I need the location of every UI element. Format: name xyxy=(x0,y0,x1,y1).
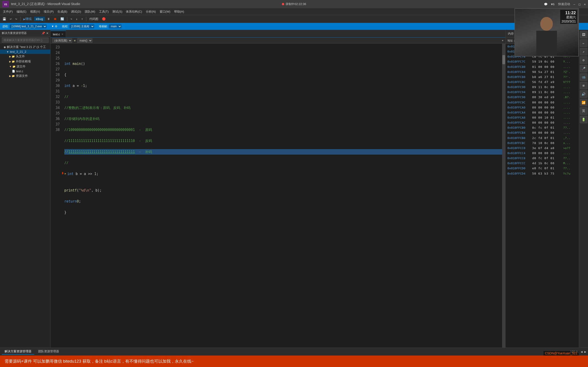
tab-testc[interactable]: test.c ✕ xyxy=(51,31,66,37)
recording-dot xyxy=(282,3,284,5)
function-select[interactable]: main() xyxy=(78,38,92,43)
toolbar-stop[interactable]: ⏹ xyxy=(52,17,58,21)
code-container[interactable]: 23 24 25 26 27 28 29 30 31 32 33 34 35 3… xyxy=(51,44,505,348)
mem-ascii-19: x... xyxy=(563,141,577,145)
webcam-date: 2020/3/21 xyxy=(562,19,576,23)
mem-ascii-17: .... xyxy=(563,131,577,135)
solution-label: 解决方案 "test 3 21 2" (1 个工 xyxy=(7,45,46,49)
mem-addr-10: 0x010FFC98 xyxy=(507,95,530,100)
mem-addr-9: 0x010FFC94 xyxy=(507,90,530,94)
right-icon-battery[interactable]: 🔋 xyxy=(580,116,587,123)
toolbar-debug-keyword[interactable]: ebug xyxy=(34,17,45,21)
toolbar-redo[interactable]: ↪ xyxy=(14,17,19,21)
mem-addr-6: 0x010FFC88 xyxy=(507,75,530,79)
sidebar-search-input[interactable] xyxy=(2,38,48,43)
zoom-controls[interactable]: ◀ ▶ xyxy=(581,350,586,353)
tab-testc-close[interactable]: ✕ xyxy=(61,33,63,36)
menu-analyze[interactable]: 分析(N) xyxy=(144,9,158,14)
mem-bytes-5: 98 5a 27 01 xyxy=(532,70,561,74)
memory-row: 0x010FFCCC4d 1b 0c 00M... xyxy=(506,161,579,166)
mem-addr-17: 0x010FFCB4 xyxy=(507,131,530,135)
close-btn[interactable]: ✕ xyxy=(584,2,586,6)
menu-window[interactable]: 窗口(W) xyxy=(158,9,172,14)
sidebar-close[interactable]: ✕ xyxy=(46,32,48,35)
filter-icon[interactable]: ▼ ⚙ xyxy=(51,25,57,28)
toolbar-step-over[interactable]: ↷ xyxy=(69,17,73,21)
toolbar-step-out[interactable]: ↑ xyxy=(80,17,85,21)
project-expand-icon: ▼ xyxy=(6,50,9,53)
nav-expand[interactable]: + xyxy=(502,39,503,42)
stack-info: 堆栈帧: main xyxy=(99,24,121,28)
tree-extern-deps[interactable]: ▶ 📁 外部依赖项 xyxy=(0,59,50,64)
toolbar-pause[interactable]: ⏸ xyxy=(46,17,52,21)
scope-select[interactable]: (全局范围) xyxy=(52,38,72,43)
menu-team[interactable]: 团队(M) xyxy=(83,9,97,14)
tree-resources[interactable]: ▶ 📁 资源文件 xyxy=(0,73,50,78)
menu-edit[interactable]: 编辑(E) xyxy=(15,9,28,14)
mem-addr-15: 0x010FFCAC xyxy=(507,120,530,125)
code-editor[interactable]: int main() { int a = -1; // //整数的二进制表示有：… xyxy=(62,44,502,348)
right-icon-volume[interactable]: 🔊 xyxy=(580,90,587,98)
sidebar-pin[interactable]: 📌 xyxy=(42,32,45,35)
tree-project[interactable]: ▼ test_3_21_2 xyxy=(0,50,50,54)
toolbar-save[interactable]: 💾 xyxy=(1,17,8,21)
right-icon-photo[interactable]: 🖼 xyxy=(580,31,587,38)
stack-select[interactable]: main xyxy=(109,24,121,28)
menu-debug[interactable]: 调试(D) xyxy=(69,9,83,14)
right-icon-lang[interactable]: 英 xyxy=(580,107,587,115)
mem-bytes-23: 4d 1b 0c 00 xyxy=(532,161,561,166)
right-icon-cursor[interactable]: ↗ xyxy=(580,48,587,55)
tree-testc[interactable]: 📄 test.c xyxy=(0,69,50,73)
editor-area: test.c ✕ (全局范围) ⊕ main() + 23 24 25 26 2… xyxy=(51,30,505,348)
mem-addr-3: 0x010FFC7C xyxy=(507,59,530,64)
mem-addr-14: 0x010FFCA8 xyxy=(507,115,530,120)
menu-tools[interactable]: 工具(T) xyxy=(97,9,111,14)
right-icon-arrow[interactable]: ✏ xyxy=(580,40,587,47)
menu-help[interactable]: 帮助(H) xyxy=(172,9,186,14)
mem-ascii-21: .... xyxy=(563,151,577,156)
right-icon-grid[interactable]: ⊞ xyxy=(580,82,587,89)
menu-view[interactable]: 视图(V) xyxy=(28,9,42,14)
mem-bytes-4: 01 00 00 00 xyxy=(532,65,561,69)
mem-bytes-6: b8 a6 27 01 xyxy=(532,75,561,79)
menu-build[interactable]: 生成(B) xyxy=(56,9,69,14)
mem-addr-7: 0x010FFC8C xyxy=(507,80,530,84)
mem-bytes-8: 09 11 0c 00 xyxy=(532,85,561,90)
maximize-btn[interactable]: □ xyxy=(579,2,580,6)
right-icon-settings[interactable]: ⚙ xyxy=(580,56,587,64)
process-select[interactable]: [10968] test_3_21_2.exe xyxy=(10,24,47,28)
chat-icon[interactable]: 💬 xyxy=(544,2,548,6)
right-icon-video[interactable]: 📹 xyxy=(580,73,587,81)
thread-select[interactable]: [13596] 主线程 xyxy=(69,24,94,28)
code-scrollbar[interactable] xyxy=(502,44,505,348)
right-icon-mic[interactable]: 🎤 xyxy=(580,65,587,72)
mem-bytes-21: 00 00 00 00 xyxy=(532,151,561,156)
menu-project[interactable]: 项目(P) xyxy=(42,9,55,14)
notification-icon[interactable]: ▼6 xyxy=(551,2,555,6)
toolbar-breakpoint[interactable]: 🔴 xyxy=(101,17,107,21)
tree-solution[interactable]: ◉ 解决方案 "test 3 21 2" (1 个工 xyxy=(0,44,50,50)
quick-launch[interactable]: 快速启动 xyxy=(558,2,570,6)
window-title: test_3_21_2 (正在调试) - Microsoft Visual St… xyxy=(11,2,80,6)
mem-addr-8: 0x010FFC90 xyxy=(507,85,530,90)
scroll-thumb[interactable] xyxy=(502,55,505,64)
bottom-tab-team[interactable]: 团队资源管理器 xyxy=(35,349,62,355)
memory-content[interactable]: 0x010FFC70ff ff ff ff....0x010FFC74cc cc… xyxy=(506,44,579,348)
toolbar-restart[interactable]: 🔄 xyxy=(59,17,65,21)
tree-sources[interactable]: ▼ 📁 源文件 xyxy=(0,64,50,69)
right-icon-network[interactable]: 📶 xyxy=(580,99,587,106)
menu-test[interactable]: 测试(S) xyxy=(111,9,124,14)
memory-row: 0x010FFCA800 00 10 01.... xyxy=(506,115,579,120)
toolbar-step-in[interactable]: ↓ xyxy=(74,17,79,21)
toolbar-continue[interactable]: ▶ 继续 xyxy=(22,17,33,22)
csdn-label: CSDN@YueXuan_521 xyxy=(544,351,579,356)
tree-headers[interactable]: ▶ 📁 头文件 xyxy=(0,54,50,59)
menu-file[interactable]: 文件(F) xyxy=(1,9,15,14)
toolbar-code-map[interactable]: 代码图 xyxy=(88,17,100,22)
menu-arch[interactable]: 体系结构(C) xyxy=(124,9,144,14)
minimize-btn[interactable]: — xyxy=(573,2,575,6)
toolbar-undo[interactable]: ↩ xyxy=(9,17,13,21)
bottom-tab-solution[interactable]: 解决方案资源管理器 xyxy=(2,349,34,355)
mem-bytes-17: 00 00 00 00 xyxy=(532,131,561,135)
mem-ascii-13: .... xyxy=(563,110,577,115)
